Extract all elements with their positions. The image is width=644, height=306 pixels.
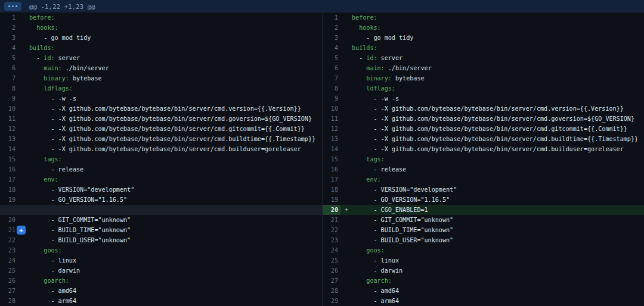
line-number[interactable]: 29 <box>323 296 340 306</box>
code-line: - BUILD_TIME="unknown" <box>29 225 322 235</box>
diff-row: 24 - linux <box>0 255 322 266</box>
code-line: hooks: <box>29 23 322 33</box>
line-number[interactable]: 21 <box>0 225 18 235</box>
line-number[interactable]: 25 <box>323 255 340 266</box>
diff-row: 16 - release <box>0 164 322 174</box>
line-number[interactable]: 14 <box>323 144 340 154</box>
line-number[interactable]: 18 <box>323 185 340 195</box>
code-token: - BUILD_USER="unknown" <box>352 237 453 243</box>
line-number[interactable]: 1 <box>323 13 340 23</box>
line-number[interactable]: 10 <box>323 104 340 114</box>
line-number[interactable]: 3 <box>323 33 340 43</box>
line-number[interactable]: 14 <box>0 144 18 154</box>
line-number[interactable]: 24 <box>323 245 340 255</box>
code-line: - go mod tidy <box>352 33 644 43</box>
line-number[interactable]: 25 <box>0 266 18 276</box>
line-number[interactable]: 12 <box>323 124 340 134</box>
diff-marker <box>340 93 352 104</box>
code-token <box>352 156 366 163</box>
diff-row: 14 - -X github.com/bytebase/bytebase/bin… <box>323 144 644 154</box>
line-number[interactable]: 19 <box>0 195 18 205</box>
line-number[interactable]: 27 <box>323 276 340 286</box>
line-number[interactable]: 18 <box>0 185 18 195</box>
code-line: goos: <box>352 245 644 255</box>
expand-hunk-button[interactable] <box>4 2 21 11</box>
line-number[interactable]: 26 <box>323 266 340 276</box>
plus-icon: + <box>19 226 23 234</box>
line-number[interactable]: 24 <box>0 255 18 266</box>
diff-row: 18 - VERSION="development" <box>0 185 322 195</box>
line-number[interactable]: 5 <box>0 53 18 63</box>
line-number[interactable]: 17 <box>0 174 18 185</box>
line-number[interactable]: 13 <box>323 134 340 144</box>
add-comment-button[interactable]: + <box>17 226 26 235</box>
line-number[interactable]: 23 <box>0 245 18 255</box>
code-token: - -X github.com/bytebase/bytebase/bin/se… <box>29 126 305 132</box>
diff-marker <box>18 245 29 255</box>
hunk-header-bar: @@ -1,22 +1,23 @@ <box>0 0 644 13</box>
line-number[interactable]: 9 <box>0 93 18 104</box>
code-line: goos: <box>29 245 322 255</box>
line-number[interactable]: 16 <box>323 164 340 174</box>
code-line: - CGO_ENABLED=1 <box>352 205 644 215</box>
diff-row: 3 - go mod tidy <box>323 33 644 43</box>
line-number[interactable]: 26 <box>0 276 18 286</box>
diff-marker <box>18 53 29 63</box>
line-number[interactable]: 11 <box>0 114 18 124</box>
line-number[interactable]: 16 <box>0 164 18 174</box>
line-number[interactable]: 28 <box>323 286 340 296</box>
diff-marker <box>18 33 29 43</box>
diff-row: 19 - GO_VERSION="1.16.5" <box>0 195 322 205</box>
line-number[interactable]: 5 <box>323 53 340 63</box>
diff-marker <box>340 63 352 73</box>
code-line: - -X github.com/bytebase/bytebase/bin/se… <box>352 114 644 124</box>
line-number[interactable]: 10 <box>0 104 18 114</box>
line-number[interactable]: 15 <box>323 154 340 164</box>
line-number[interactable]: 20 <box>323 205 340 215</box>
diff-row: 21 - GIT_COMMIT="unknown" <box>323 215 644 225</box>
code-line: goarch: <box>352 276 644 286</box>
line-number[interactable]: 22 <box>323 225 340 235</box>
diff-row-added: 20+ - CGO_ENABLED=1 <box>323 205 644 215</box>
line-number[interactable]: 17 <box>323 174 340 185</box>
line-number[interactable]: 1 <box>0 13 18 23</box>
diff-row: 25 - darwin <box>0 266 322 276</box>
line-number[interactable]: 21 <box>323 215 340 225</box>
line-number[interactable]: 15 <box>0 154 18 164</box>
code-token <box>29 247 44 254</box>
line-number[interactable]: 2 <box>323 23 340 33</box>
line-number[interactable]: 4 <box>0 43 18 53</box>
diff-row: 23 - BUILD_USER="unknown" <box>323 235 644 245</box>
line-number[interactable]: 13 <box>0 134 18 144</box>
code-token: ./bin/server <box>385 65 432 71</box>
line-number[interactable]: 8 <box>323 83 340 93</box>
diff-row: 5 - id: server <box>0 53 322 63</box>
line-number[interactable]: 7 <box>323 73 340 83</box>
line-number[interactable]: 9 <box>323 93 340 104</box>
code-line: tags: <box>352 154 644 164</box>
line-number[interactable]: 22 <box>0 235 18 245</box>
line-number[interactable]: 11 <box>323 114 340 124</box>
diff-row: 2 hooks: <box>323 23 644 33</box>
line-number[interactable]: 8 <box>0 83 18 93</box>
diff-marker <box>340 144 352 154</box>
line-number[interactable]: 28 <box>0 296 18 306</box>
code-token: - BUILD_USER="unknown" <box>29 237 131 243</box>
line-number[interactable]: 6 <box>323 63 340 73</box>
diff-row: 6 main: ./bin/server <box>323 63 644 73</box>
line-number[interactable]: 6 <box>0 63 18 73</box>
line-number[interactable]: 7 <box>0 73 18 83</box>
line-number[interactable]: 2 <box>0 23 18 33</box>
diff-marker <box>18 195 29 205</box>
diff-marker <box>340 245 352 255</box>
line-number[interactable]: 27 <box>0 286 18 296</box>
yaml-key-token: hooks: <box>359 24 380 31</box>
line-number[interactable]: 4 <box>323 43 340 53</box>
line-number[interactable]: 3 <box>0 33 18 43</box>
line-number[interactable]: 20 <box>0 215 18 225</box>
line-number[interactable]: 23 <box>323 235 340 245</box>
line-number[interactable]: 19 <box>323 195 340 205</box>
code-token: - linux <box>352 257 399 264</box>
diff-row: 8 ldflags: <box>0 83 322 93</box>
line-number[interactable]: 12 <box>0 124 18 134</box>
